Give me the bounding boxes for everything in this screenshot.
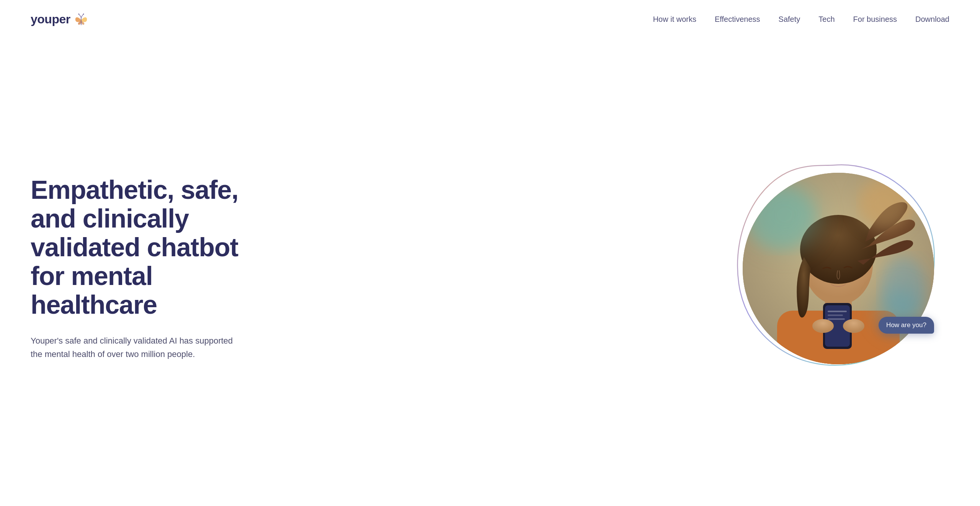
logo-icon [73, 11, 90, 28]
hero-right: How are you? [727, 157, 949, 380]
nav-links: How it works Effectiveness Safety Tech F… [653, 15, 949, 24]
svg-point-0 [78, 13, 79, 15]
hero-image [743, 173, 934, 364]
hero-headline: Empathetic, safe, and clinically validat… [31, 175, 276, 319]
nav-link-how-it-works[interactable]: How it works [653, 15, 696, 23]
nav-item-safety[interactable]: Safety [779, 15, 800, 24]
logo[interactable]: youper [31, 11, 90, 28]
nav-item-how-it-works[interactable]: How it works [653, 15, 696, 24]
hero-subtext: Youper's safe and clinically validated A… [31, 334, 245, 361]
svg-rect-15 [828, 318, 845, 320]
navigation: youper How it works Effectiveness [0, 0, 980, 38]
logo-text: youper [31, 12, 70, 26]
nav-link-tech[interactable]: Tech [818, 15, 835, 23]
svg-point-16 [812, 319, 834, 333]
person-illustration [743, 173, 934, 364]
hero-left: Empathetic, safe, and clinically validat… [31, 175, 276, 361]
hero-section: Empathetic, safe, and clinically validat… [0, 38, 980, 506]
svg-rect-13 [828, 311, 847, 312]
svg-rect-14 [828, 314, 843, 316]
nav-link-safety[interactable]: Safety [779, 15, 800, 23]
nav-link-effectiveness[interactable]: Effectiveness [715, 15, 760, 23]
nav-item-effectiveness[interactable]: Effectiveness [715, 15, 760, 24]
svg-point-17 [843, 319, 864, 333]
nav-item-tech[interactable]: Tech [818, 15, 835, 24]
nav-item-download[interactable]: Download [915, 15, 949, 24]
nav-item-for-business[interactable]: For business [853, 15, 897, 24]
nav-link-for-business[interactable]: For business [853, 15, 897, 23]
svg-point-1 [83, 13, 84, 15]
chat-bubble: How are you? [879, 317, 934, 334]
chat-bubble-text: How are you? [886, 321, 926, 329]
nav-link-download[interactable]: Download [915, 15, 949, 23]
